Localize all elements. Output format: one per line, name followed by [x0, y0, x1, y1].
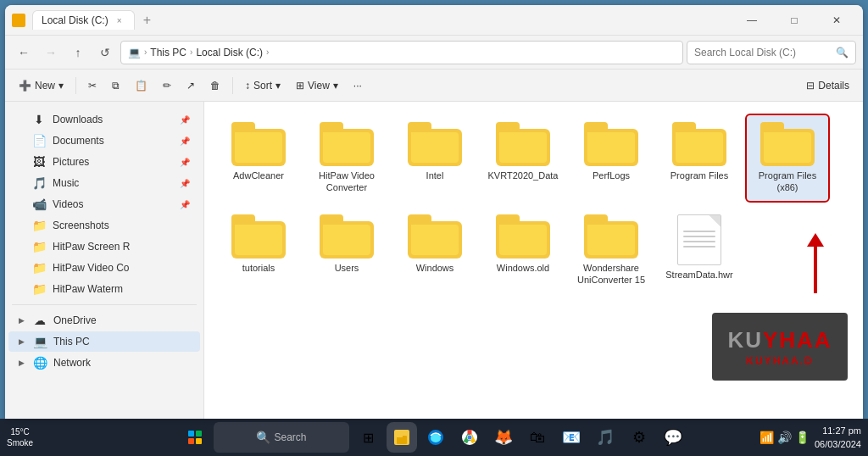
new-dropdown-icon: ▾ [58, 80, 64, 92]
whatsapp-app[interactable]: 💬 [658, 422, 688, 453]
sidebar-item-screenshots[interactable]: 📁 Screenshots [8, 215, 200, 236]
search-button[interactable]: 🔍 Search [214, 422, 349, 453]
svg-rect-1 [19, 15, 24, 19]
cut-btn[interactable]: ✂ [81, 76, 103, 95]
new-btn[interactable]: ➕ New ▾ [12, 76, 70, 95]
start-button[interactable] [180, 422, 210, 453]
up-btn[interactable]: ↑ [66, 41, 90, 64]
more-btn[interactable]: ··· [347, 76, 369, 95]
file-name: Users [335, 262, 359, 274]
window-controls: — □ ✕ [732, 8, 856, 33]
sidebar-item-hitpaw-screen[interactable]: 📁 HitPaw Screen R [8, 236, 200, 257]
file-item-tutorials[interactable]: tutorials [218, 208, 299, 293]
folder-icon: 📁 [32, 261, 46, 275]
paste-btn[interactable]: 📋 [128, 76, 154, 95]
documents-icon: 📄 [32, 134, 46, 147]
wifi-icon: 📶 [760, 431, 774, 444]
music-icon: 🎵 [32, 176, 46, 190]
weather-widget: 15°C Smoke [7, 426, 33, 448]
file-name: tutorials [242, 262, 275, 274]
sidebar-item-this-pc[interactable]: ▶ 💻 This PC [8, 331, 200, 352]
mail-app[interactable]: 📧 [556, 422, 587, 453]
sidebar-item-documents[interactable]: 📄 Documents 📌 [8, 131, 200, 151]
sep2 [232, 77, 233, 94]
expand-icon: ▶ [19, 359, 25, 367]
watermark: KU YHAA KUYHAA.D [712, 313, 848, 381]
windows-logo [188, 431, 202, 444]
svg-rect-3 [19, 21, 24, 25]
task-view-btn[interactable]: ⊞ [353, 422, 383, 453]
network-icon: 🌐 [33, 356, 47, 370]
sidebar-item-pictures[interactable]: 🖼 Pictures 📌 [8, 152, 200, 172]
expand-icon: ▶ [19, 337, 25, 346]
file-item-windows-old[interactable]: Windows.old [482, 208, 564, 293]
sidebar-item-onedrive[interactable]: ▶ ☁ OneDrive [8, 310, 200, 331]
spotify-app[interactable]: 🎵 [590, 422, 620, 453]
folder-icon [496, 214, 550, 259]
file-item-windows[interactable]: Windows [394, 208, 476, 293]
firefox-app[interactable]: 🦊 [488, 422, 519, 453]
folder-icon: 📁 [32, 219, 46, 232]
arrow-annotation [807, 233, 824, 293]
weather-temp: 15°C [7, 426, 33, 437]
search-box[interactable]: 🔍 [687, 41, 856, 64]
details-btn[interactable]: ⊟ Details [799, 76, 856, 95]
pictures-icon: 🖼 [32, 155, 46, 169]
tab-label: Local Disk (C:) [42, 14, 108, 26]
sidebar-item-downloads[interactable]: ⬇ Downloads 📌 [8, 109, 200, 130]
tab-close-btn[interactable]: × [114, 14, 125, 26]
edge-app[interactable] [420, 422, 451, 453]
breadcrumb-this-pc[interactable]: This PC [150, 47, 186, 58]
arrow-head [807, 233, 824, 247]
minimize-btn[interactable]: — [732, 8, 771, 33]
folder-icon: 📁 [32, 240, 46, 253]
window-icon [12, 14, 25, 27]
new-tab-btn[interactable]: + [138, 13, 156, 28]
store-app[interactable]: 🛍 [522, 422, 553, 453]
copy-btn[interactable]: ⧉ [105, 76, 126, 95]
delete-btn[interactable]: 🗑 [203, 76, 227, 95]
sidebar-item-hitpaw-video[interactable]: 📁 HitPaw Video Co [8, 258, 200, 278]
sep1 [75, 77, 76, 94]
search-input[interactable] [694, 47, 832, 58]
breadcrumb[interactable]: 💻 › This PC › Local Disk (C:) › [120, 41, 683, 64]
sidebar-item-label: HitPaw Screen R [53, 241, 130, 253]
explorer-app[interactable] [387, 422, 417, 453]
file-item-wondershare[interactable]: Wondershare UniConverter 15 [570, 208, 652, 293]
file-name: Wondershare UniConverter 15 [574, 262, 648, 286]
file-item-hitpaw-video-converter[interactable]: HitPaw Video Converter [306, 115, 387, 201]
sidebar-item-videos[interactable]: 📹 Videos 📌 [8, 194, 200, 214]
refresh-btn[interactable]: ↺ [93, 41, 117, 64]
rename-btn[interactable]: ✏ [156, 76, 178, 95]
sidebar-item-hitpaw-water[interactable]: 📁 HitPaw Waterm [8, 279, 200, 299]
file-item-adwcleaner[interactable]: AdwCleaner [218, 115, 299, 201]
settings-app[interactable]: ⚙ [624, 422, 654, 453]
explorer-window: Local Disk (C:) × + — □ ✕ ← → ↑ ↺ 💻 › Th… [5, 5, 863, 419]
folder-icon [672, 122, 726, 166]
file-item-users[interactable]: Users [306, 208, 387, 293]
search-icon: 🔍 [256, 431, 270, 444]
file-item-kvrt2020-data[interactable]: KVRT2020_Data [482, 115, 564, 201]
clock[interactable]: 11:27 pm 06/03/2024 [815, 424, 861, 452]
new-icon: ➕ [19, 80, 31, 92]
sidebar-item-label: Network [53, 357, 91, 369]
forward-btn[interactable]: → [39, 41, 63, 64]
file-item-program-files-x86[interactable]: Program Files (x86) [747, 115, 828, 201]
share-btn[interactable]: ↗ [180, 76, 202, 95]
sort-btn[interactable]: ↕ Sort ▾ [238, 76, 287, 95]
file-item-perflogs[interactable]: PerfLogs [570, 115, 652, 201]
sidebar-item-music[interactable]: 🎵 Music 📌 [8, 173, 200, 193]
sidebar-item-network[interactable]: ▶ 🌐 Network [8, 353, 200, 373]
file-item-streamdata[interactable]: StreamData.hwr [659, 208, 740, 293]
chrome-app[interactable] [454, 422, 485, 453]
file-item-intel[interactable]: Intel [394, 115, 476, 201]
active-tab[interactable]: Local Disk (C:) × [32, 10, 135, 30]
close-btn[interactable]: ✕ [817, 8, 856, 33]
onedrive-icon: ☁ [33, 314, 47, 327]
maximize-btn[interactable]: □ [775, 8, 814, 33]
breadcrumb-local-disk[interactable]: Local Disk (C:) [196, 47, 263, 58]
file-item-program-files[interactable]: Program Files [659, 115, 740, 201]
view-btn[interactable]: ⊞ View ▾ [289, 76, 345, 95]
nav-bar: ← → ↑ ↺ 💻 › This PC › Local Disk (C:) › … [5, 36, 863, 70]
back-btn[interactable]: ← [12, 41, 36, 64]
